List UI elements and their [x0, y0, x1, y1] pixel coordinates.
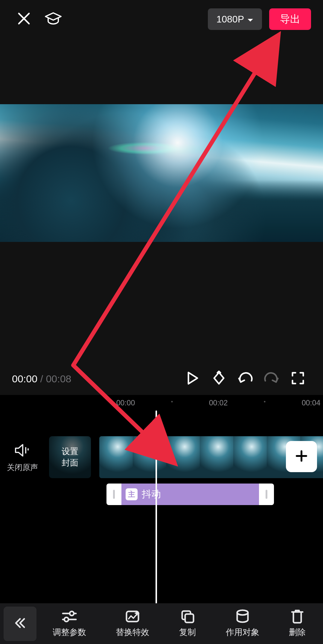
- svg-point-5: [237, 610, 248, 615]
- graduation-cap-icon: [45, 12, 62, 27]
- redo-button[interactable]: [258, 366, 285, 392]
- keyframe-icon: [211, 371, 226, 387]
- play-icon: [187, 371, 199, 386]
- svg-point-0: [70, 611, 74, 616]
- tracks: 关闭原声 设置 封面 主 抖动: [0, 410, 323, 576]
- trash-icon: [291, 609, 304, 624]
- export-label: 导出: [280, 12, 300, 26]
- timeline[interactable]: 00:00 00:02 00:04 关闭原声 设置 封面: [0, 395, 323, 603]
- target-object-icon: [235, 609, 250, 624]
- mute-label: 关闭原声: [0, 462, 45, 473]
- effect-clip-body[interactable]: 主 抖动: [121, 484, 259, 505]
- plus-icon: [295, 449, 308, 464]
- tool-label: 替换特效: [116, 627, 149, 638]
- sliders-icon: [62, 609, 77, 624]
- playback-controls: 00:00 / 00:08: [0, 363, 323, 395]
- replace-effect-icon: [125, 609, 140, 624]
- svg-point-1: [64, 617, 68, 622]
- tutorial-button[interactable]: [41, 7, 65, 31]
- clip-handle-left[interactable]: [106, 484, 121, 505]
- tool-copy[interactable]: 复制: [179, 609, 196, 638]
- effect-name: 抖动: [142, 488, 161, 501]
- chevron-double-left-icon: [13, 616, 27, 631]
- speaker-icon: [14, 450, 31, 459]
- playhead[interactable]: [156, 410, 157, 603]
- cover-label-line1: 设置: [62, 446, 78, 457]
- top-bar: 1080P 导出: [0, 0, 323, 38]
- tool-label: 复制: [179, 627, 196, 638]
- undo-button[interactable]: [232, 366, 258, 392]
- clip-thumb: [166, 436, 200, 478]
- undo-icon: [238, 372, 253, 386]
- preview-area[interactable]: [0, 38, 323, 363]
- ruler-dot: [264, 401, 266, 402]
- redo-icon: [264, 372, 279, 386]
- time-display: 00:00 / 00:08: [12, 373, 71, 385]
- copy-icon: [180, 609, 195, 624]
- clip-thumb: [200, 436, 233, 478]
- bottom-toolbar: 调整参数 替换特效 复制 作用对象 删除: [0, 603, 323, 644]
- cover-label-line2: 封面: [62, 457, 78, 469]
- resolution-dropdown[interactable]: 1080P: [208, 8, 262, 30]
- set-cover-button[interactable]: 设置 封面: [49, 436, 91, 478]
- clip-thumb: [233, 436, 267, 478]
- close-icon: [17, 12, 31, 27]
- tool-label: 调整参数: [53, 627, 86, 638]
- ruler-dot: [171, 401, 173, 402]
- export-button[interactable]: 导出: [269, 8, 311, 30]
- fullscreen-icon: [291, 372, 304, 386]
- tool-replace-effect[interactable]: 替换特效: [116, 609, 149, 638]
- chevron-down-icon: [244, 14, 254, 25]
- close-button[interactable]: [12, 7, 36, 31]
- clip-thumb: [133, 436, 166, 478]
- total-time: 00:08: [46, 373, 71, 384]
- tool-label: 删除: [289, 627, 306, 638]
- time-ruler: 00:00 00:02 00:04: [0, 395, 323, 410]
- add-clip-button[interactable]: [286, 441, 317, 472]
- tool-adjust-params[interactable]: 调整参数: [53, 609, 86, 638]
- tool-target-object[interactable]: 作用对象: [226, 609, 259, 638]
- fullscreen-button[interactable]: [285, 366, 311, 392]
- mute-original-audio[interactable]: 关闭原声: [0, 443, 45, 473]
- clip-handle-right[interactable]: [259, 484, 274, 505]
- clip-thumb: [99, 436, 133, 478]
- effect-clip[interactable]: 主 抖动: [106, 484, 274, 505]
- effect-tag: 主: [126, 488, 138, 500]
- keyframe-button[interactable]: [206, 366, 232, 392]
- current-time: 00:00: [12, 373, 37, 384]
- ruler-label: 00:04: [302, 398, 321, 407]
- video-frame: [0, 104, 323, 242]
- play-button[interactable]: [179, 366, 206, 392]
- tool-label: 作用对象: [226, 627, 259, 638]
- tool-delete[interactable]: 删除: [289, 609, 306, 638]
- toolbar-back-button[interactable]: [4, 607, 36, 641]
- resolution-label: 1080P: [216, 14, 244, 25]
- ruler-label: 00:02: [209, 398, 228, 407]
- svg-rect-4: [185, 614, 194, 622]
- ruler-label: 00:00: [116, 398, 135, 407]
